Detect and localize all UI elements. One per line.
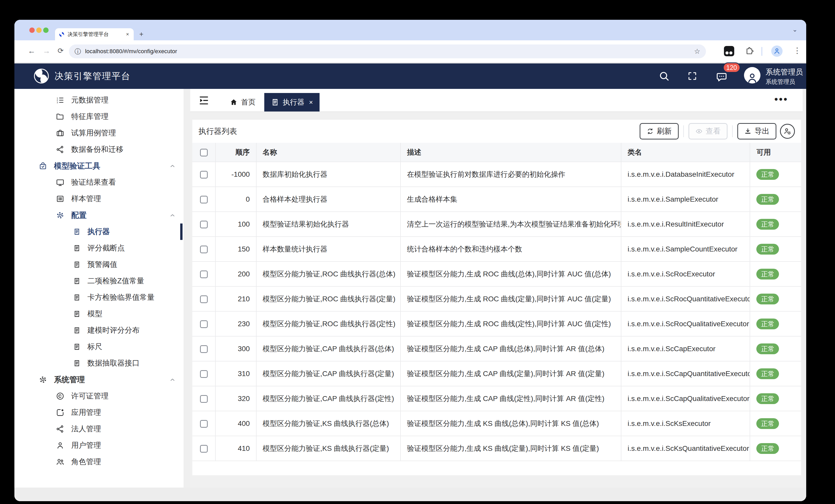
table-row[interactable]: 0 合格样本处理执行器 生成合格样本集 i.s.e.m.v.e.i.Sample… (192, 187, 801, 212)
sidebar-item-score-cutoff[interactable]: 评分截断点 (14, 240, 190, 256)
sidebar-item-label: 用户管理 (71, 440, 101, 450)
sidebar-item-user-mgmt[interactable]: 用户管理 (14, 437, 190, 454)
sidebar-item-result-view[interactable]: 验证结果查看 (14, 174, 190, 191)
header-search-icon[interactable] (658, 70, 670, 82)
header-fullscreen-icon[interactable] (687, 71, 698, 81)
cell-available: 正常 (750, 162, 801, 187)
back-button[interactable]: ← (28, 46, 36, 55)
bookmark-star-icon[interactable]: ☆ (694, 47, 700, 56)
main-area: 首页 执行器 × ••• 执行器列表 (190, 89, 806, 487)
sidebar-item-role-mgmt[interactable]: 角色管理 (14, 454, 190, 470)
table-row[interactable]: 300 模型区分能力验证,CAP 曲线执行器(总体) 验证模型区分能力,生成 C… (192, 336, 801, 361)
table-row[interactable]: 410 模型区分能力验证,KS 曲线执行器(定量) 验证模型区分能力,生成 KS… (192, 436, 801, 461)
row-checkbox[interactable] (200, 196, 208, 204)
traffic-light-zoom[interactable] (43, 27, 48, 33)
sidebar-item-sample-mgmt[interactable]: 样本管理 (14, 191, 190, 207)
site-info-icon[interactable]: ⓘ (75, 47, 81, 56)
sidebar-item-modeling-score-dist[interactable]: 建模时评分分布 (14, 322, 190, 339)
row-checkbox[interactable] (200, 395, 208, 403)
url-text[interactable]: localhost:8080/#/mv/config/executor (85, 48, 177, 55)
listbox-icon (56, 194, 64, 203)
main-scrollbar[interactable] (802, 89, 806, 487)
sidebar-item-label: 试算用例管理 (71, 128, 116, 138)
tab-executor-active[interactable]: 执行器 × (264, 93, 320, 111)
table-row[interactable]: 150 样本数量统计执行器 统计合格样本的个数和违约樣本个数 i.s.e.m.v… (192, 236, 801, 261)
row-checkbox[interactable] (200, 246, 208, 253)
reload-button[interactable]: ⟳ (58, 46, 63, 55)
table-row[interactable]: 210 模型区分能力验证,ROC 曲线执行器(定量) 验证模型区分能力,生成 R… (192, 287, 801, 311)
row-checkbox[interactable] (200, 370, 208, 378)
sidebar-item-metadata[interactable]: 元数据管理 (14, 92, 190, 108)
table-row[interactable]: 230 模型区分能力验证,ROC 曲线执行器(定性) 验证模型区分能力,生成 R… (192, 311, 801, 336)
sidebar-item-label: 验证结果查看 (71, 177, 116, 188)
sidebar-item-data-extractor-api[interactable]: 数据抽取器接口 (14, 355, 190, 372)
sidebar-item-model[interactable]: 模型 (14, 306, 190, 322)
sidebar-item-license[interactable]: 许可证管理 (14, 388, 190, 404)
app-logo-swirl-icon (33, 67, 50, 85)
new-tab-button[interactable]: + (139, 30, 143, 38)
sidebar-item-model-validation-tools[interactable]: 模型验证工具 (14, 158, 190, 174)
status-badge: 正常 (756, 443, 779, 454)
refresh-button[interactable]: 刷新 (639, 123, 679, 140)
cell-available: 正常 (750, 411, 801, 436)
cell-desc: 验证模型区分能力,生成 KS 曲线(定量),同时计算 KS 值(定量) (401, 436, 621, 461)
row-checkbox[interactable] (200, 320, 208, 328)
sidebar-item-config[interactable]: 配置 (14, 207, 190, 224)
tabs-more-icon[interactable]: ••• (774, 93, 788, 105)
table-row[interactable]: 400 模型区分能力验证,KS 曲线执行器(总体) 验证模型区分能力,生成 KS… (192, 411, 801, 436)
column-settings-button[interactable] (780, 124, 795, 139)
tab-close-icon[interactable]: × (309, 98, 313, 106)
tab-home[interactable]: 首页 (223, 93, 263, 111)
executor-card: 执行器列表 刷新 查看 (192, 120, 801, 475)
browser-profile-avatar[interactable] (771, 45, 782, 57)
sidebar-item-data-backup[interactable]: 数据备份和迁移 (14, 141, 190, 158)
sidebar-item-feature-lib[interactable]: 特征库管理 (14, 108, 190, 125)
extension-icon[interactable] (724, 46, 734, 56)
sidebar-item-legal-person[interactable]: 法人管理 (14, 421, 190, 437)
table-row[interactable]: 310 模型区分能力验证,CAP 曲线执行器(定量) 验证模型区分能力,生成 C… (192, 361, 801, 386)
browser-tab[interactable]: 决策引擎管理平台 × (55, 28, 134, 40)
sidebar-item-label: 配置 (71, 210, 87, 220)
sidebar-item-system-mgmt[interactable]: 系统管理 (14, 372, 190, 388)
extensions-puzzle-icon[interactable] (745, 46, 754, 56)
chevron-up-icon (169, 212, 176, 218)
sidebar-item-executor[interactable]: 执行器 (14, 224, 190, 240)
row-checkbox[interactable] (200, 220, 208, 228)
select-all-checkbox[interactable] (200, 149, 208, 156)
user-avatar[interactable] (744, 67, 760, 83)
traffic-light-close[interactable] (29, 27, 35, 33)
row-checkbox[interactable] (200, 171, 208, 178)
table-row[interactable]: 320 模型区分能力验证,CAP 曲线执行器(定性) 验证模型区分能力,生成 C… (192, 386, 801, 411)
table-row[interactable]: 200 模型区分能力验证,ROC 曲线执行器(总体) 验证模型区分能力,生成 R… (192, 261, 801, 287)
address-bar[interactable]: ⓘ localhost:8080/#/mv/config/executor ☆ (69, 44, 706, 58)
row-checkbox[interactable] (200, 345, 208, 353)
row-checkbox[interactable] (200, 271, 208, 278)
header-messages-icon[interactable] (716, 71, 728, 83)
cell-available: 正常 (750, 386, 801, 411)
row-checkbox[interactable] (200, 420, 208, 428)
sidebar-item-trial-case[interactable]: 试算用例管理 (14, 125, 190, 141)
row-checkbox[interactable] (200, 295, 208, 303)
tab-close-icon[interactable]: × (125, 31, 130, 37)
row-checkbox[interactable] (200, 445, 208, 453)
traffic-light-minimize[interactable] (36, 27, 42, 33)
export-button[interactable]: 导出 (737, 123, 776, 140)
sidebar-item-ruler[interactable]: 标尺 (14, 339, 190, 355)
table-row[interactable]: -1000 数据库初始化执行器 在模型验证执行前对数据库进行必要的初始化操作 i… (192, 162, 801, 187)
table-row[interactable]: 100 模型验证结果初始化执行器 清空上一次运行的模型验证结果,为本次模型验证结… (192, 212, 801, 236)
button-divider (732, 125, 733, 137)
sidebar-item-app-mgmt[interactable]: 应用管理 (14, 404, 190, 421)
sidebar-collapse-icon[interactable] (198, 94, 210, 106)
sidebar-item-chi-square[interactable]: 卡方检验临界值常量 (14, 289, 190, 306)
sidebar-item-binomial-z[interactable]: 二项检验Z值常量 (14, 273, 190, 289)
row-select-cell (192, 336, 216, 361)
toolbar-divider (761, 47, 762, 56)
message-count-badge: 120 (723, 62, 740, 73)
sidebar-menu: 元数据管理 特征库管理 试算用例管理 数据备份和迁移 模型验证工具 验证结果查看… (14, 89, 190, 470)
sidebar-item-warning-threshold[interactable]: 预警阈值 (14, 256, 190, 273)
sidebar-scrollbar[interactable] (184, 89, 190, 487)
view-button[interactable]: 查看 (689, 123, 728, 140)
status-badge: 正常 (756, 369, 779, 379)
browser-menu-icon[interactable]: ⋮ (793, 46, 801, 55)
tab-search-icon[interactable]: ⌄ (792, 26, 797, 33)
